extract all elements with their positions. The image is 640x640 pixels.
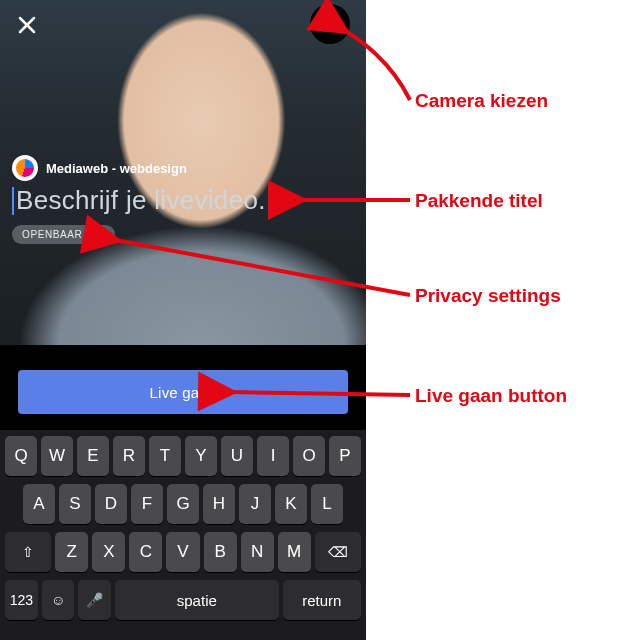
keyboard-row-4: 123 ☺ 🎤 spatie return [3, 580, 363, 620]
annotation-camera: Camera kiezen [415, 90, 548, 112]
annotation-title: Pakkende titel [415, 190, 543, 212]
key-z[interactable]: Z [55, 532, 88, 572]
key-l[interactable]: L [311, 484, 343, 524]
key-shift[interactable]: ⇧ [5, 532, 51, 572]
key-r[interactable]: R [113, 436, 145, 476]
key-k[interactable]: K [275, 484, 307, 524]
key-v[interactable]: V [166, 532, 199, 572]
key-x[interactable]: X [92, 532, 125, 572]
key-t[interactable]: T [149, 436, 181, 476]
key-emoji[interactable]: ☺ [42, 580, 75, 620]
key-numbers[interactable]: 123 [5, 580, 38, 620]
text-caret [12, 187, 14, 215]
key-c[interactable]: C [129, 532, 162, 572]
phone-frame: Mediaweb - webdesign OPENBAAR · Live gaa… [0, 0, 366, 640]
keyboard-row-3: ⇧ Z X C V B N M ⌫ [3, 532, 363, 572]
key-a[interactable]: A [23, 484, 55, 524]
page-name: Mediaweb - webdesign [46, 161, 187, 176]
key-s[interactable]: S [59, 484, 91, 524]
keyboard-row-1: Q W E R T Y U I O P [3, 436, 363, 476]
key-g[interactable]: G [167, 484, 199, 524]
key-n[interactable]: N [241, 532, 274, 572]
close-icon [18, 16, 36, 34]
key-d[interactable]: D [95, 484, 127, 524]
globe-icon [96, 230, 105, 239]
title-row [12, 185, 336, 216]
key-m[interactable]: M [278, 532, 311, 572]
key-space[interactable]: spatie [115, 580, 278, 620]
camera-switch-button[interactable] [310, 4, 350, 44]
keyboard: Q W E R T Y U I O P A S D F G H J K L [0, 430, 366, 640]
camera-switch-icon [319, 13, 341, 35]
key-h[interactable]: H [203, 484, 235, 524]
annotation-live: Live gaan button [415, 385, 567, 407]
keyboard-row-2: A S D F G H J K L [3, 484, 363, 524]
key-b[interactable]: B [204, 532, 237, 572]
annotation-privacy: Privacy settings [415, 285, 561, 307]
key-i[interactable]: I [257, 436, 289, 476]
live-title-input[interactable] [16, 185, 336, 216]
key-p[interactable]: P [329, 436, 361, 476]
key-e[interactable]: E [77, 436, 109, 476]
key-y[interactable]: Y [185, 436, 217, 476]
close-button[interactable] [12, 10, 42, 40]
key-q[interactable]: Q [5, 436, 37, 476]
key-j[interactable]: J [239, 484, 271, 524]
privacy-selector[interactable]: OPENBAAR · [12, 225, 115, 244]
key-o[interactable]: O [293, 436, 325, 476]
key-w[interactable]: W [41, 436, 73, 476]
key-mic[interactable]: 🎤 [78, 580, 111, 620]
key-f[interactable]: F [131, 484, 163, 524]
page-avatar [12, 155, 38, 181]
key-backspace[interactable]: ⌫ [315, 532, 361, 572]
page-identity[interactable]: Mediaweb - webdesign [12, 155, 187, 181]
key-u[interactable]: U [221, 436, 253, 476]
privacy-label: OPENBAAR [22, 229, 82, 240]
key-return[interactable]: return [283, 580, 361, 620]
go-live-button[interactable]: Live gaan [18, 370, 348, 414]
top-bar [10, 10, 356, 42]
